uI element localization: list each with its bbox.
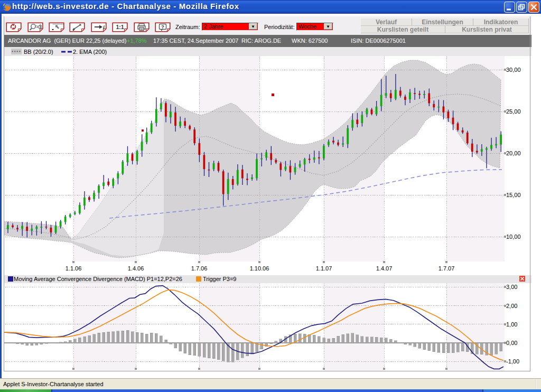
svg-text:0,00: 0,00: [506, 340, 517, 346]
svg-text:1,00: 1,00: [506, 321, 517, 328]
svg-text:?: ?: [161, 24, 164, 30]
svg-text:1.4.07: 1.4.07: [376, 265, 393, 272]
svg-text:25,00: 25,00: [506, 108, 521, 115]
svg-text:1.10.06: 1.10.06: [250, 265, 269, 272]
svg-text:1.7.07: 1.7.07: [439, 265, 455, 272]
svg-text:1.7.06: 1.7.06: [191, 265, 208, 272]
svg-text:1.1.07: 1.1.07: [316, 265, 332, 272]
svg-text:20,00: 20,00: [506, 150, 521, 156]
svg-text:3,00: 3,00: [506, 284, 517, 290]
svg-text:-1,00: -1,00: [506, 358, 519, 365]
svg-text:10,00: 10,00: [506, 234, 521, 240]
svg-text:1.1.06: 1.1.06: [66, 265, 82, 272]
svg-text:30,00: 30,00: [506, 67, 521, 73]
svg-text:1.4.06: 1.4.06: [128, 265, 144, 272]
svg-text:1:1: 1:1: [116, 24, 124, 30]
svg-text:2,00: 2,00: [506, 303, 517, 309]
svg-text:15,00: 15,00: [506, 192, 521, 198]
